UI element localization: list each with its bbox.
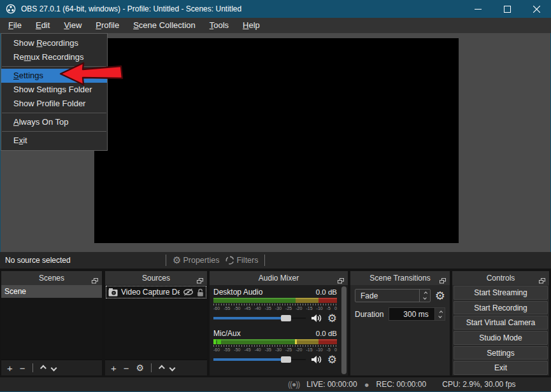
properties-label: Properties <box>183 256 219 265</box>
menu-tools[interactable]: Tools <box>203 18 236 33</box>
close-icon <box>533 6 540 13</box>
toolbar-separator <box>264 255 265 266</box>
speaker-icon[interactable] <box>311 355 322 364</box>
panel-scene-transitions: Scene Transitions Fade ⚙ Duration 3 <box>350 271 450 375</box>
add-scene-button plus-icon[interactable]: + <box>7 363 13 373</box>
move-scene-up-button chevron-up-icon[interactable] <box>39 365 46 371</box>
spinbox-buttons[interactable] <box>434 308 445 320</box>
popout-dock-icon[interactable] <box>440 275 446 286</box>
filters-button[interactable]: Filters <box>225 256 258 265</box>
mixer-scrollbar[interactable] <box>341 286 347 374</box>
menu-item-exit[interactable]: Exit <box>1 134 107 148</box>
spin-up-button chevron-up-icon[interactable] <box>439 311 443 314</box>
chevron-up-icon <box>424 291 427 295</box>
menu-separator <box>2 113 106 113</box>
duration-spinbox[interactable]: 300 ms <box>389 307 445 321</box>
spin-down-button chevron-down-icon[interactable] <box>438 314 442 318</box>
source-item[interactable]: Video Capture Device <box>106 286 206 298</box>
transition-settings-gear-icon[interactable]: ⚙ <box>435 290 445 302</box>
meter-tick-labels: -60-55-50-45-40-35-30-25-20-15-10-50 <box>213 306 337 311</box>
menu-file[interactable]: File <box>1 18 29 33</box>
lock-icon[interactable] <box>197 288 204 297</box>
remove-scene-button minus-icon[interactable]: − <box>20 363 25 373</box>
transitions-body: Fade ⚙ Duration 300 ms <box>350 285 450 375</box>
duration-label: Duration <box>355 310 383 319</box>
meter-tickmarks <box>213 304 337 305</box>
volume-slider[interactable] <box>213 315 306 321</box>
move-source-up-button chevron-up-icon[interactable] <box>159 365 165 371</box>
slider-handle[interactable] <box>281 356 291 363</box>
panel-controls: Controls Start Streaming Start Recording… <box>452 271 549 375</box>
settings-button[interactable]: Settings <box>454 346 548 360</box>
popout-dock-icon[interactable] <box>539 275 545 286</box>
volume-meter <box>213 339 337 344</box>
menu-edit[interactable]: Edit <box>29 18 57 33</box>
menu-bar: File Edit View Profile Scene Collection … <box>0 18 551 33</box>
minimize-button[interactable] <box>463 0 492 18</box>
maximize-icon <box>504 6 511 13</box>
properties-button[interactable]: ⚙ Properties <box>173 255 219 266</box>
menu-view[interactable]: View <box>57 18 89 33</box>
move-scene-down-button chevron-down-icon[interactable] <box>50 365 57 371</box>
menu-item-always-on-top[interactable]: Always On Top <box>1 115 107 129</box>
obs-logo-icon <box>6 4 16 14</box>
slider-handle[interactable] <box>281 315 291 321</box>
channel-label: Desktop Audio <box>213 288 262 297</box>
toolbar-separator <box>166 255 166 266</box>
channel-level: 0.0 dB <box>316 288 337 296</box>
studio-mode-button[interactable]: Studio Mode <box>454 331 548 345</box>
performance-stats: CPU: 2.9%, 30.00 fps <box>442 380 515 389</box>
filter-icon <box>225 256 234 265</box>
toolbar-separator <box>32 363 33 372</box>
exit-button[interactable]: Exit <box>454 361 548 375</box>
remove-source-button minus-icon[interactable]: − <box>124 363 129 373</box>
minimize-icon <box>475 6 482 13</box>
volume-meter <box>213 298 337 303</box>
channel-label: Mic/Aux <box>213 329 241 338</box>
channel-settings-gear-icon[interactable]: ⚙ <box>327 354 337 365</box>
window-title: OBS 27.0.1 (64-bit, windows) - Profile: … <box>21 4 463 13</box>
mixer-channel-desktop-audio: Desktop Audio 0.0 dB -60-55-50-45-40-35-… <box>213 288 337 323</box>
scene-item[interactable]: Scene <box>1 285 102 298</box>
scenes-panel-title: Scenes <box>39 274 64 283</box>
scene-list: Scene <box>1 285 102 360</box>
annotation-arrow-icon <box>59 60 124 90</box>
panel-scenes: Scenes Scene + − <box>1 271 102 375</box>
menu-item-show-recordings[interactable]: Show Recordings <box>1 36 107 50</box>
scenes-toolbar: + − <box>1 360 102 375</box>
mixer-panel-title: Audio Mixer <box>259 274 299 283</box>
menu-item-show-profile-folder[interactable]: Show Profile Folder <box>1 97 107 111</box>
add-source-button plus-icon[interactable]: + <box>111 363 117 373</box>
transition-value: Fade <box>355 291 419 300</box>
move-source-down-button chevron-down-icon[interactable] <box>169 365 176 371</box>
file-menu: Show Recordings Remux Recordings Setting… <box>1 33 108 151</box>
rec-dot-icon: ● <box>364 380 369 389</box>
controls-panel-title: Controls <box>487 274 515 283</box>
combo-spinner[interactable] <box>419 290 430 302</box>
source-toolbar: No source selected ⚙ Properties Filters <box>0 252 551 269</box>
start-virtual-camera-button[interactable]: Start Virtual Camera <box>454 316 548 330</box>
meter-tickmarks <box>213 345 337 347</box>
panel-sources: Sources Video Capture Device <box>105 271 207 375</box>
status-bar: ((●)) LIVE: 00:00:00 ● REC: 00:00:00 CPU… <box>0 377 551 391</box>
transitions-panel-title: Scene Transitions <box>369 274 430 283</box>
toolbar-separator <box>151 363 152 372</box>
visibility-eye-slash-icon[interactable] <box>183 288 194 296</box>
menu-help[interactable]: Help <box>236 18 267 33</box>
start-streaming-button[interactable]: Start Streaming <box>454 286 548 300</box>
transition-select[interactable]: Fade <box>355 289 431 302</box>
preview-canvas[interactable] <box>94 38 459 243</box>
popout-dock-icon[interactable] <box>197 275 203 286</box>
menu-scene-collection[interactable]: Scene Collection <box>126 18 203 33</box>
broadcast-icon: ((●)) <box>288 380 299 389</box>
start-recording-button[interactable]: Start Recording <box>454 301 548 315</box>
mixer-body: Desktop Audio 0.0 dB -60-55-50-45-40-35-… <box>210 285 348 375</box>
menu-profile[interactable]: Profile <box>89 18 126 33</box>
maximize-button[interactable] <box>492 0 522 18</box>
volume-slider[interactable] <box>213 356 306 363</box>
source-properties-button gear-icon[interactable]: ⚙ <box>136 363 145 372</box>
speaker-icon[interactable] <box>311 314 322 323</box>
close-button[interactable] <box>522 0 551 18</box>
popout-dock-icon[interactable] <box>92 275 98 286</box>
channel-settings-gear-icon[interactable]: ⚙ <box>327 313 337 324</box>
